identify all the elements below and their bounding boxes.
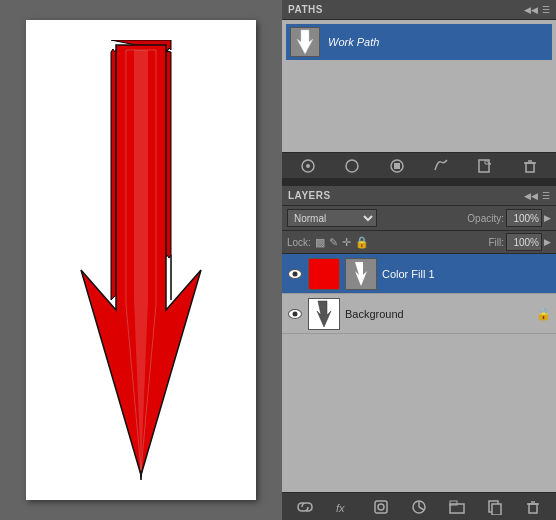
layers-menu-icon[interactable]: ☰ <box>542 191 550 201</box>
paths-panel-title: PATHS <box>288 4 323 15</box>
layer-lock-background: 🔒 <box>536 307 551 321</box>
layers-options-row: Normal Multiply Screen Overlay Opacity: … <box>282 206 556 231</box>
svg-rect-22 <box>529 504 537 513</box>
layer-item-color-fill[interactable]: Color Fill 1 <box>282 254 556 294</box>
layers-panel-title: LAYERS <box>288 190 331 201</box>
layer-name-color-fill: Color Fill 1 <box>382 268 551 280</box>
layer-visibility-color-fill[interactable] <box>287 266 303 282</box>
layers-mask-icon[interactable] <box>372 498 390 516</box>
paths-new-icon[interactable] <box>476 157 494 175</box>
fill-input[interactable] <box>506 233 542 251</box>
paths-delete-icon[interactable] <box>521 157 539 175</box>
paths-collapse-icon[interactable]: ◀◀ <box>524 5 538 15</box>
fill-arrow[interactable]: ▶ <box>544 237 551 247</box>
svg-rect-21 <box>492 504 501 515</box>
layers-group-icon[interactable] <box>448 498 466 516</box>
paths-panel-header: PATHS ◀◀ ☰ <box>282 0 556 20</box>
layers-new-icon[interactable] <box>486 498 504 516</box>
eye-icon-background <box>288 309 302 319</box>
eye-icon-color-fill <box>288 269 302 279</box>
canvas-document <box>26 20 256 500</box>
canvas-area <box>0 0 282 520</box>
layers-panel-controls: ◀◀ ☰ <box>524 191 550 201</box>
layer-thumb-background <box>308 298 340 330</box>
arrow-graphic <box>41 40 241 480</box>
lock-label: Lock: <box>287 237 311 248</box>
lock-all-icon[interactable]: 🔒 <box>355 236 369 249</box>
lock-paint-icon[interactable]: ✎ <box>329 236 338 249</box>
layer-thumb-color-fill-swatch <box>308 258 340 290</box>
paths-stroke-icon[interactable] <box>343 157 361 175</box>
svg-point-4 <box>346 160 358 172</box>
fill-label: Fill: <box>488 237 504 248</box>
paths-content: Work Path <box>282 20 556 152</box>
layer-thumb-color-fill-mask <box>345 258 377 290</box>
layer-visibility-background[interactable] <box>287 306 303 322</box>
mask-thumb-svg <box>347 260 375 288</box>
svg-rect-9 <box>526 163 534 172</box>
svg-point-3 <box>306 164 310 168</box>
svg-text:fx: fx <box>336 502 345 514</box>
layers-panel: LAYERS ◀◀ ☰ Normal Multiply Screen Overl… <box>282 186 556 520</box>
paths-shape-icon[interactable] <box>432 157 450 175</box>
paths-toolbar <box>282 152 556 178</box>
layers-panel-header: LAYERS ◀◀ ☰ <box>282 186 556 206</box>
svg-point-16 <box>378 504 384 510</box>
lock-fill-row: Lock: ▩ ✎ ✛ 🔒 Fill: ▶ <box>282 231 556 254</box>
layer-item-background[interactable]: Background 🔒 <box>282 294 556 334</box>
opacity-arrow[interactable]: ▶ <box>544 213 551 223</box>
layer-name-background: Background <box>345 308 531 320</box>
lock-position-icon[interactable]: ✛ <box>342 236 351 249</box>
layers-fx-icon[interactable]: fx <box>334 498 352 516</box>
work-path-thumbnail <box>290 27 320 57</box>
paths-panel-controls: ◀◀ ☰ <box>524 5 550 15</box>
paths-fill-icon[interactable] <box>299 157 317 175</box>
svg-rect-6 <box>394 163 400 169</box>
work-path-thumb-svg <box>291 28 319 56</box>
right-panels: PATHS ◀◀ ☰ Work Path <box>282 0 556 520</box>
layers-collapse-icon[interactable]: ◀◀ <box>524 191 538 201</box>
opacity-label: Opacity: <box>467 213 504 224</box>
fill-group: Fill: ▶ <box>488 233 551 251</box>
layers-delete-icon[interactable] <box>524 498 542 516</box>
work-path-label: Work Path <box>328 36 379 48</box>
svg-rect-15 <box>375 501 387 513</box>
layers-adjustment-icon[interactable] <box>410 498 428 516</box>
lock-transparency-icon[interactable]: ▩ <box>315 236 325 249</box>
layers-toolbar: fx <box>282 492 556 520</box>
work-path-item[interactable]: Work Path <box>286 24 552 60</box>
paths-menu-icon[interactable]: ☰ <box>542 5 550 15</box>
bg-thumb-svg <box>309 299 339 329</box>
layers-link-icon[interactable] <box>296 498 314 516</box>
paths-mask-icon[interactable] <box>388 157 406 175</box>
layers-list: Color Fill 1 Background 🔒 <box>282 254 556 492</box>
opacity-input[interactable] <box>506 209 542 227</box>
blend-mode-select[interactable]: Normal Multiply Screen Overlay <box>287 209 377 227</box>
paths-panel: PATHS ◀◀ ☰ Work Path <box>282 0 556 180</box>
opacity-group: Opacity: ▶ <box>467 209 551 227</box>
